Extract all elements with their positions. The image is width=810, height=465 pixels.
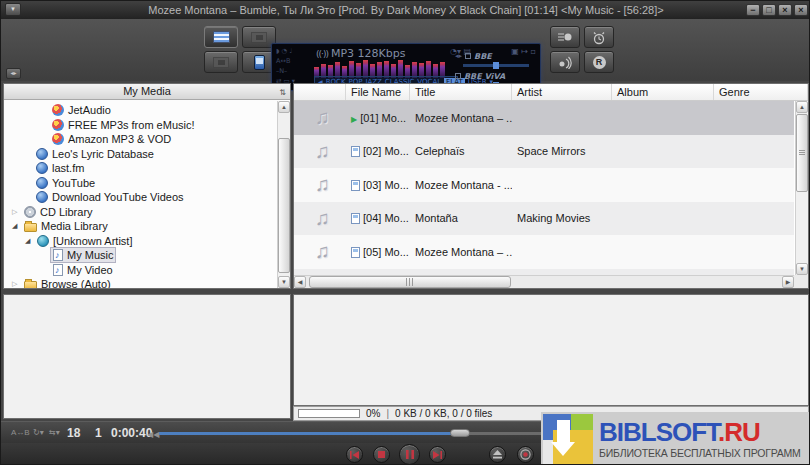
- tree-item-label: Leo's Lyric Database: [52, 148, 154, 160]
- tree-item-youtube[interactable]: YouTube: [4, 176, 277, 191]
- previous-track-button[interactable]: [346, 446, 363, 463]
- music-note-icon: [53, 249, 63, 261]
- spectrum-bars: [314, 58, 450, 78]
- eject-icon: [493, 450, 502, 459]
- window-menu-button[interactable]: ▼: [5, 3, 21, 16]
- file-name: [01] Mo...: [360, 112, 406, 124]
- titlebar[interactable]: ▼ Mozee Montana – Bumble, Ты Ли Это [Pro…: [1, 1, 810, 19]
- comet-icon: [557, 30, 573, 44]
- bbe-checkbox[interactable]: [465, 53, 471, 59]
- playlist-hscrollbar-thumb[interactable]: [309, 276, 511, 288]
- scroll-right-icon[interactable]: ▶: [782, 276, 794, 288]
- tree-item-my-music[interactable]: My Music: [4, 248, 277, 263]
- bbe-viva-checkbox[interactable]: [455, 73, 461, 79]
- file-row-1[interactable]: ♫ ▶[01] Mo... Mozee Montana – ...: [294, 101, 794, 135]
- scrollbar-corner: [794, 275, 808, 288]
- lower-right-panel: [293, 294, 809, 406]
- tree-item-my-video[interactable]: My Video: [4, 263, 277, 278]
- stop-button[interactable]: [373, 446, 390, 463]
- next-track-button[interactable]: [429, 446, 446, 463]
- scroll-up-icon[interactable]: ▲: [796, 101, 808, 113]
- playlist-vscrollbar[interactable]: ▲ ▼: [795, 101, 808, 275]
- file-row-2[interactable]: ♫ [02] Mo... Celephaïs Space Mirrors: [294, 135, 794, 169]
- playlist-vscrollbar-thumb[interactable]: [796, 114, 808, 192]
- file-name: [02] Mo...: [363, 145, 409, 157]
- pause-button[interactable]: [399, 444, 420, 465]
- collapse-arrow-icon[interactable]: ◢: [25, 237, 35, 245]
- column-header-genre[interactable]: Genre: [714, 84, 808, 100]
- tree-item-label: Download YouTube Videos: [52, 191, 184, 203]
- remote-button[interactable]: [204, 51, 238, 73]
- restore-button[interactable]: □: [762, 4, 776, 16]
- column-header-art[interactable]: [294, 84, 346, 100]
- stop-icon: [378, 451, 385, 458]
- artist-icon: [37, 235, 49, 247]
- column-header-artist[interactable]: Artist: [512, 84, 612, 100]
- tree-item-unknown-artist[interactable]: ◢ [Unknown Artist]: [4, 234, 277, 249]
- close-alt-button[interactable]: ×: [794, 4, 808, 16]
- album-art-icon: ♫: [294, 240, 346, 263]
- media-tree-header[interactable]: My Media ⇅: [4, 84, 290, 100]
- panel-toggle-button[interactable]: ◂▸: [6, 68, 21, 79]
- previous-icon: [350, 451, 359, 459]
- play-order-button[interactable]: ⇆▾: [49, 428, 60, 437]
- file-row-4[interactable]: ♫ [04] Mo... Montaña Making Movies: [294, 202, 794, 236]
- recording-button[interactable]: R: [584, 51, 614, 73]
- repeat-mode-button[interactable]: ↻▾: [33, 428, 44, 437]
- seek-thumb[interactable]: [450, 429, 470, 437]
- pause-icon: [406, 450, 414, 459]
- download-files-info: 0 KB / 0 KB, 0 / 0 files: [395, 408, 492, 419]
- sound-effects-button[interactable]: [550, 26, 580, 48]
- tree-item-label: JetAudio: [68, 104, 111, 116]
- record-icon: [520, 449, 531, 460]
- ab-repeat-button[interactable]: A↔B: [11, 428, 30, 437]
- tree-item-jetaudio[interactable]: JetAudio: [4, 103, 277, 118]
- playlist-hscrollbar[interactable]: ◀ ▶: [294, 275, 794, 288]
- column-header-filename[interactable]: File Name: [346, 84, 410, 100]
- close-button[interactable]: ×: [778, 4, 792, 16]
- bbe-slider-thumb[interactable]: [493, 62, 499, 69]
- expand-arrow-icon[interactable]: ▷: [12, 208, 22, 216]
- globe-icon: [36, 162, 48, 174]
- tree-item-browse-auto[interactable]: ▷ Browse (Auto): [4, 277, 277, 288]
- collapse-arrow-icon[interactable]: ◢: [12, 222, 22, 230]
- header-spin-icon[interactable]: ⇅: [279, 85, 286, 100]
- album-art-icon: ♫: [294, 140, 346, 163]
- tree-item-free-mp3s[interactable]: FREE MP3s from eMusic!: [4, 118, 277, 133]
- scroll-left-icon[interactable]: ◀: [294, 276, 306, 288]
- folder-icon: [24, 281, 37, 288]
- track-title: Celephaïs: [410, 145, 512, 157]
- tree-item-media-library[interactable]: ◢ Media Library: [4, 219, 277, 234]
- expand-arrow-icon[interactable]: ▷: [12, 280, 22, 288]
- alarm-button[interactable]: [584, 26, 614, 48]
- playlist-icon: [213, 31, 230, 43]
- file-name: [04] Mo...: [363, 212, 409, 224]
- column-header-album[interactable]: Album: [612, 84, 714, 100]
- tree-scrollbar-thumb[interactable]: [278, 138, 290, 273]
- playlist-view-button[interactable]: [204, 26, 238, 48]
- tree-scrollbar[interactable]: ▲ ▼: [277, 101, 290, 288]
- eject-button[interactable]: [489, 446, 506, 463]
- jetaudio-icon: [52, 104, 64, 116]
- tree-item-lyric-database[interactable]: Leo's Lyric Database: [4, 147, 277, 162]
- minimize-button[interactable]: −: [746, 4, 760, 16]
- file-row-5[interactable]: ♫ [05] Mo... Mozee Montana – ...: [294, 235, 794, 269]
- bbe-slider[interactable]: [463, 64, 529, 67]
- scroll-up-icon[interactable]: ▲: [278, 101, 290, 113]
- sound-output-button[interactable]: [550, 51, 580, 73]
- rewind-icon[interactable]: ◀◀: [147, 430, 159, 439]
- tree-item-amazon-mp3[interactable]: Amazon MP3 & VOD: [4, 132, 277, 147]
- tree-item-label: My Video: [67, 264, 113, 276]
- column-header-title[interactable]: Title: [410, 84, 512, 100]
- tree-item-cd-library[interactable]: ▷ CD Library: [4, 205, 277, 220]
- tree-item-lastfm[interactable]: last.fm: [4, 161, 277, 176]
- bbe-arrows-icon[interactable]: ◂▸: [455, 52, 462, 60]
- record-button[interactable]: [517, 446, 534, 463]
- tree-item-download-youtube[interactable]: Download YouTube Videos: [4, 190, 277, 205]
- scroll-down-icon[interactable]: ▼: [278, 276, 290, 288]
- file-row-3[interactable]: ♫ [03] Mo... Mozee Montana - ...: [294, 168, 794, 202]
- playing-icon: ▶: [351, 115, 357, 124]
- scroll-down-icon[interactable]: ▼: [796, 263, 808, 275]
- remote-icon: [213, 57, 229, 68]
- file-doc-icon: [351, 213, 360, 224]
